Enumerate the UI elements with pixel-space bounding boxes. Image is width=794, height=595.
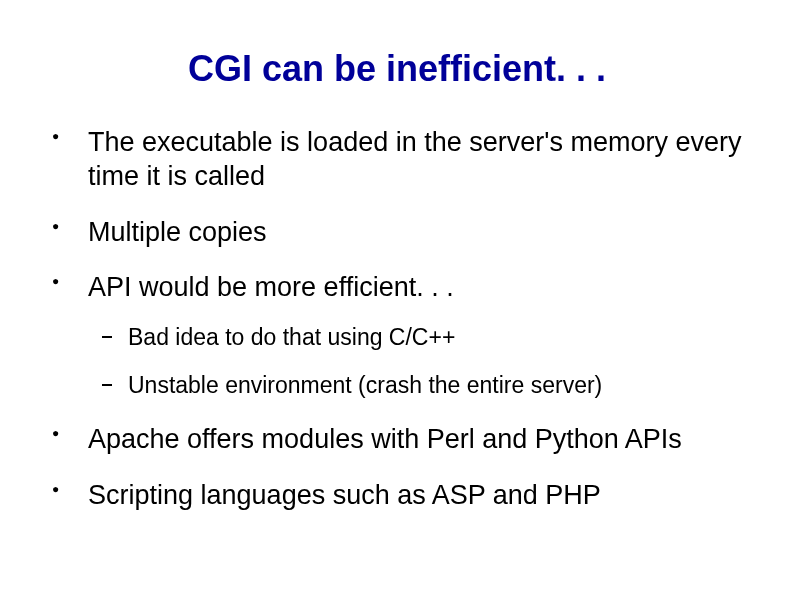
list-item: API would be more efficient. . . Bad ide…	[44, 271, 750, 401]
sub-list-item: Bad idea to do that using C/C++	[88, 323, 750, 353]
bullet-text: Apache offers modules with Perl and Pyth…	[88, 424, 682, 454]
list-item: Apache offers modules with Perl and Pyth…	[44, 423, 750, 457]
bullet-text: The executable is loaded in the server's…	[88, 127, 741, 191]
list-item: The executable is loaded in the server's…	[44, 126, 750, 194]
sub-bullet-list: Bad idea to do that using C/C++ Unstable…	[88, 323, 750, 401]
bullet-text: API would be more efficient. . .	[88, 272, 454, 302]
slide-title: CGI can be inefficient. . .	[44, 48, 750, 90]
sub-bullet-text: Unstable environment (crash the entire s…	[128, 372, 602, 398]
bullet-list: The executable is loaded in the server's…	[44, 126, 750, 512]
sub-bullet-text: Bad idea to do that using C/C++	[128, 324, 455, 350]
bullet-text: Multiple copies	[88, 217, 267, 247]
list-item: Multiple copies	[44, 216, 750, 250]
list-item: Scripting languages such as ASP and PHP	[44, 479, 750, 513]
slide: CGI can be inefficient. . . The executab…	[0, 0, 794, 595]
bullet-text: Scripting languages such as ASP and PHP	[88, 480, 601, 510]
sub-list-item: Unstable environment (crash the entire s…	[88, 371, 750, 401]
